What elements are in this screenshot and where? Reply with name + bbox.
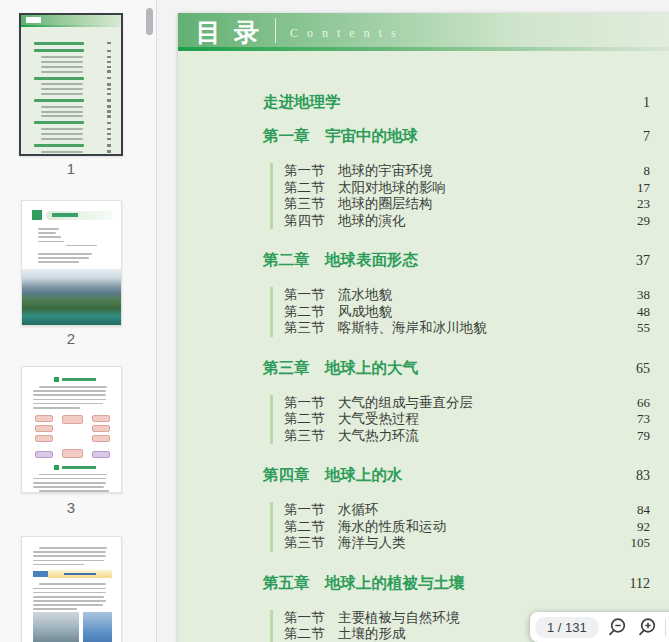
toc-section-row: 第三节 喀斯特、海岸和冰川地貌55	[284, 320, 650, 337]
toc-chapter-row: 第五章 地球上的植被与土壤112	[263, 574, 650, 593]
toc-section-row-title: 第二节 风成地貌	[284, 304, 392, 321]
pdf-viewer-main: 目录 Contents 走进地理学1第一章 宇宙中的地球7第一节 地球的宇宙环境…	[157, 0, 669, 642]
mini-toc-header	[21, 15, 121, 25]
toc-title-cn: 目录	[196, 16, 272, 49]
header-divider	[275, 18, 276, 43]
toc-chapter-row: 第二章 地球表面形态37	[263, 251, 650, 270]
toc-section-row-title: 第三节 海洋与人类	[284, 535, 406, 552]
mini-section-line	[34, 138, 111, 141]
toc-section-row-title: 第三节 地球的圈层结构	[284, 196, 433, 213]
toc-section-row: 第二节 大气受热过程73	[284, 411, 650, 428]
thumbnail-preview-diagram	[22, 367, 121, 493]
toc-section-row-page: 29	[637, 213, 650, 230]
toc-section-row: 第一节 水循环84	[284, 502, 650, 519]
toolbar-divider	[665, 619, 666, 636]
zoom-out-button[interactable]	[605, 615, 629, 639]
toc-chapter-row-title: 第四章 地球上的水	[263, 466, 403, 484]
toc-section-row-title: 第三节 喀斯特、海岸和冰川地貌	[284, 320, 487, 337]
toc-section-row-page: 92	[637, 519, 650, 536]
pdf-toolbar: 1 / 131 ⋯	[530, 612, 669, 642]
title-banner-decoration	[46, 211, 113, 220]
toc-intro-row-page: 1	[643, 94, 650, 112]
thumbnail-sidebar: 1 2	[0, 0, 157, 642]
toc-chapter-row-title: 第三章 地球上的大气	[263, 359, 418, 377]
page-indicator[interactable]: 1 / 131	[535, 617, 599, 638]
toc-page-header: 目录 Contents	[178, 13, 669, 47]
mini-toc-rows	[21, 27, 121, 156]
reading-box-decoration	[33, 570, 112, 578]
thumbnail-page-number: 3	[0, 499, 142, 516]
toc-section-row-page: 23	[637, 196, 650, 213]
toc-chapter-row-title: 第一章 宇宙中的地球	[263, 127, 418, 145]
toc-chapter-row: 第一章 宇宙中的地球7	[263, 127, 650, 146]
toc-section-row-title: 第二节 海水的性质和运动	[284, 519, 446, 536]
page-thumbnail-4[interactable]	[21, 536, 122, 642]
thumbnail-preview-intro	[22, 210, 121, 289]
toc-chapter-row-page: 65	[636, 360, 650, 378]
zoom-out-icon	[606, 616, 628, 638]
page-thumbnail-1[interactable]	[19, 13, 123, 156]
toc-section-row-title: 第二节 太阳对地球的影响	[284, 180, 446, 197]
toc-section-group: 第一节 水循环84第二节 海水的性质和运动92第三节 海洋与人类105	[270, 502, 650, 552]
mini-section-line	[34, 128, 111, 131]
mini-chapter-line	[34, 49, 111, 52]
toc-section-row-title: 第一节 水循环	[284, 502, 379, 519]
toc-section-row-page: 66	[637, 395, 650, 412]
mini-section-line	[34, 88, 111, 91]
toc-section-row: 第四节 地球的演化29	[284, 213, 650, 230]
toc-section-row: 第三节 地球的圈层结构23	[284, 196, 650, 213]
toc-section-row: 第一节 地球的宇宙环境8	[284, 163, 650, 180]
mini-section-line	[34, 66, 111, 69]
thumbnail-page-number: 2	[0, 330, 142, 347]
zoom-in-icon	[636, 616, 658, 638]
toc-section-row-page: 38	[637, 287, 650, 304]
mini-section-line	[34, 155, 111, 156]
sidebar-scrollbar-thumb[interactable]	[146, 8, 153, 35]
toc-section-row: 第二节 海水的性质和运动92	[284, 519, 650, 536]
thumbnail-page-number: 1	[0, 160, 142, 177]
toc-section-group: 第一节 地球的宇宙环境8第二节 太阳对地球的影响17第三节 地球的圈层结构23第…	[270, 163, 650, 229]
toc-chapter-row: 第三章 地球上的大气65	[263, 359, 650, 378]
mini-chapter-line	[34, 42, 111, 45]
text-lines-decoration	[38, 228, 107, 263]
toc-section-row-page: 17	[637, 180, 650, 197]
mini-section-line	[34, 61, 111, 64]
toc-title-en: Contents	[290, 26, 405, 41]
toc-chapter-row: 第四章 地球上的水83	[263, 466, 650, 485]
toc-intro-row: 走进地理学1	[263, 93, 650, 112]
toc-section-row: 第一节 大气的组成与垂直分层66	[284, 395, 650, 412]
toc-section-row-title: 第三节 大气热力环流	[284, 428, 419, 445]
toc-section-group: 第一节 大气的组成与垂直分层66第二节 大气受热过程73第三节 大气热力环流79	[270, 395, 650, 445]
page-thumbnail-3[interactable]	[21, 366, 122, 493]
mini-section-line	[34, 83, 111, 86]
mini-chapter-line	[34, 99, 111, 102]
toc-section-row-page: 48	[637, 304, 650, 321]
toc-chapter-row-title: 第五章 地球上的植被与土壤	[263, 574, 465, 592]
toc-section-group: 第一节 流水地貌38第二节 风成地貌48第三节 喀斯特、海岸和冰川地貌55	[270, 287, 650, 337]
toc-section-row: 第二节 风成地貌48	[284, 304, 650, 321]
toc-chapter-row-title: 第二章 地球表面形态	[263, 251, 418, 269]
toc-chapter-row-page: 83	[636, 467, 650, 485]
mini-section-line	[34, 115, 111, 118]
zoom-in-button[interactable]	[635, 615, 659, 639]
toc-section-row-page: 79	[637, 428, 650, 445]
pdf-page: 目录 Contents 走进地理学1第一章 宇宙中的地球7第一节 地球的宇宙环境…	[178, 13, 669, 642]
toc-section-row-page: 8	[644, 163, 651, 180]
mini-section-line	[34, 133, 111, 136]
flowchart-decoration	[35, 415, 110, 458]
toc-section-row: 第三节 海洋与人类105	[284, 535, 650, 552]
thumbnail-preview-toc	[21, 15, 121, 156]
mini-section-line	[34, 110, 111, 113]
toc-section-row-page: 55	[637, 320, 650, 337]
toc-section-row-title: 第四节 地球的演化	[284, 213, 406, 230]
toc-intro-row-title: 走进地理学	[263, 93, 341, 111]
toc-section-row-title: 第一节 地球的宇宙环境	[284, 163, 433, 180]
mini-chapter-line	[34, 77, 111, 80]
mini-section-line	[34, 70, 111, 73]
page-thumbnail-2[interactable]	[21, 200, 122, 326]
toc-section-row-page: 105	[631, 535, 651, 552]
toc-section-row: 第一节 流水地貌38	[284, 287, 650, 304]
mini-section-line	[34, 93, 111, 96]
landscape-photo-decoration	[22, 269, 121, 325]
thumbnail-preview-reading	[22, 537, 121, 642]
